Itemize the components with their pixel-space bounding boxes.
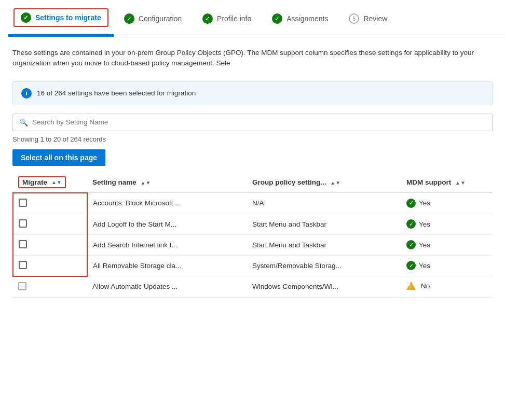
setting-name-cell: Accounts: Block Microsoft ... — [87, 193, 247, 214]
mdm-yes: ✓ Yes — [406, 199, 487, 208]
migrate-cell — [13, 234, 87, 255]
mdm-support-cell: ✓ Yes — [401, 255, 493, 276]
row-checkbox[interactable] — [19, 240, 27, 248]
tab-review-label: Review — [363, 15, 387, 23]
migrate-header-label: Migrate — [22, 178, 47, 186]
mdm-support-cell: ✓ Yes — [401, 193, 493, 214]
migrate-sort-icon[interactable]: ▲▼ — [51, 180, 62, 184]
mdm-check-icon: ✓ — [406, 240, 416, 249]
migrate-cell — [13, 193, 87, 214]
records-count: Showing 1 to 20 of 264 records — [12, 135, 493, 143]
migrate-cell — [13, 255, 87, 276]
col-header-group: Group policy setting... ▲▼ — [247, 172, 401, 193]
tab-configuration-check-icon: ✓ — [124, 13, 134, 24]
group-policy-cell: Start Menu and Taskbar — [247, 214, 401, 234]
table-row: Add Search Internet link t...Start Menu … — [13, 234, 493, 255]
group-policy-cell: Start Menu and Taskbar — [247, 234, 401, 255]
group-policy-cell: N/A — [247, 193, 401, 214]
search-icon: 🔍 — [19, 118, 28, 127]
group-header-label: Group policy setting... — [252, 178, 326, 186]
tab-review[interactable]: 5 Review — [338, 5, 398, 32]
wizard-tabs: ✓ Settings to migrate ✓ Configuration ✓ … — [0, 0, 505, 37]
info-banner: i 16 of 264 settings have been selected … — [12, 81, 493, 105]
mdm-yes: ✓ Yes — [406, 219, 487, 229]
mdm-sort-icon[interactable]: ▲▼ — [455, 181, 466, 185]
mdm-yes-label: Yes — [419, 199, 430, 207]
main-content: These settings are contained in your on-… — [0, 37, 505, 308]
mdm-check-icon: ✓ — [406, 199, 416, 208]
mdm-no-label: No — [421, 282, 430, 290]
col-header-migrate: Migrate ▲▼ — [13, 172, 87, 193]
mdm-support-cell: No — [401, 276, 493, 298]
setting-name-cell: All Removable Storage cla... — [87, 255, 247, 276]
mdm-warn: No — [406, 282, 430, 290]
mdm-yes-label: Yes — [419, 262, 430, 270]
mdm-check-icon: ✓ — [406, 261, 416, 270]
tab-configuration-label: Configuration — [139, 15, 182, 23]
description-text: These settings are contained in your on-… — [12, 48, 493, 69]
table-row: Accounts: Block Microsoft ...N/A ✓ Yes — [13, 193, 493, 214]
settings-table: Migrate ▲▼ Setting name ▲▼ Group policy … — [12, 172, 493, 298]
row-checkbox[interactable] — [18, 282, 26, 290]
search-input[interactable] — [32, 118, 486, 126]
search-box[interactable]: 🔍 — [12, 114, 493, 131]
table-row: Add Logoff to the Start M...Start Menu a… — [13, 214, 493, 234]
mdm-yes-label: Yes — [419, 220, 430, 228]
row-checkbox[interactable] — [19, 199, 27, 207]
migrate-cell — [13, 214, 87, 234]
mdm-check-icon: ✓ — [406, 219, 416, 229]
tab-configuration[interactable]: ✓ Configuration — [114, 5, 192, 32]
tab-profile-check-icon: ✓ — [202, 13, 213, 24]
col-header-mdm: MDM support ▲▼ — [401, 172, 493, 193]
banner-text: 16 of 264 settings have been selected fo… — [37, 89, 196, 97]
group-policy-cell: System/Removable Storag... — [247, 255, 401, 276]
row-checkbox[interactable] — [19, 261, 27, 269]
info-icon: i — [21, 88, 32, 99]
tab-profile[interactable]: ✓ Profile info — [192, 5, 262, 32]
mdm-yes: ✓ Yes — [406, 240, 487, 249]
setting-header-label: Setting name — [92, 178, 137, 186]
row-checkbox[interactable] — [19, 219, 27, 228]
tab-assignments-label: Assignments — [286, 15, 328, 23]
mdm-yes: ✓ Yes — [406, 261, 487, 270]
setting-name-cell: Add Search Internet link t... — [87, 234, 247, 255]
setting-sort-icon[interactable]: ▲▼ — [141, 181, 151, 185]
mdm-support-cell: ✓ Yes — [401, 214, 493, 234]
tab-settings-check-icon: ✓ — [21, 12, 31, 23]
select-all-button[interactable]: Select all on this page — [12, 149, 105, 166]
tab-settings[interactable]: ✓ Settings to migrate — [8, 0, 114, 37]
tab-review-num: 5 — [349, 13, 359, 24]
tab-assignments[interactable]: ✓ Assignments — [262, 5, 338, 32]
mdm-support-cell: ✓ Yes — [401, 234, 493, 255]
mdm-header-label: MDM support — [406, 178, 451, 186]
table-row: All Removable Storage cla...System/Remov… — [13, 255, 493, 276]
group-policy-cell: Windows Components/Wi... — [247, 276, 401, 298]
tab-settings-label: Settings to migrate — [35, 13, 101, 22]
group-sort-icon[interactable]: ▲▼ — [330, 181, 340, 185]
setting-name-cell: Allow Automatic Updates ... — [87, 276, 247, 298]
tab-assignments-check-icon: ✓ — [272, 13, 282, 24]
setting-name-cell: Add Logoff to the Start M... — [87, 214, 247, 234]
col-header-setting: Setting name ▲▼ — [87, 172, 247, 193]
mdm-yes-label: Yes — [419, 241, 430, 249]
migrate-cell — [13, 276, 87, 298]
warn-triangle-icon — [406, 282, 416, 290]
tab-profile-label: Profile info — [217, 15, 251, 23]
table-row: Allow Automatic Updates ...Windows Compo… — [13, 276, 493, 298]
